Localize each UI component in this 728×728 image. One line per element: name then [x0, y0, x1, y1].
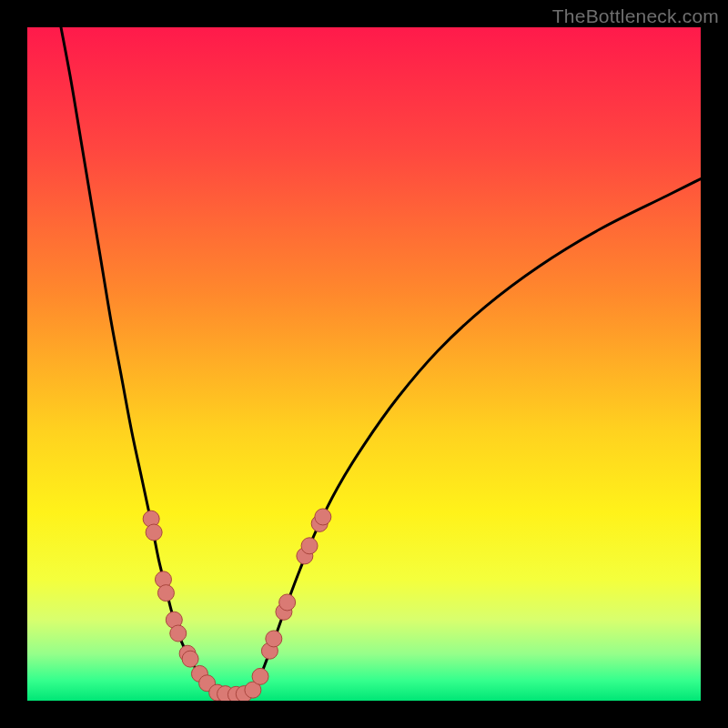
data-marker [146, 524, 162, 541]
data-marker [279, 594, 296, 611]
outer-frame: TheBottleneck.com [0, 0, 728, 728]
data-markers [143, 509, 331, 701]
data-marker [301, 538, 318, 554]
data-marker [266, 631, 282, 647]
data-marker [252, 668, 268, 684]
curve-left-branch [61, 27, 219, 694]
watermark-label: TheBottleneck.com [552, 5, 719, 27]
data-marker [157, 585, 174, 602]
chart-svg [27, 27, 701, 701]
data-marker [170, 625, 187, 642]
data-marker [182, 651, 198, 667]
plot-area [27, 27, 701, 701]
data-marker [315, 509, 331, 525]
curve-right-branch [249, 179, 701, 694]
